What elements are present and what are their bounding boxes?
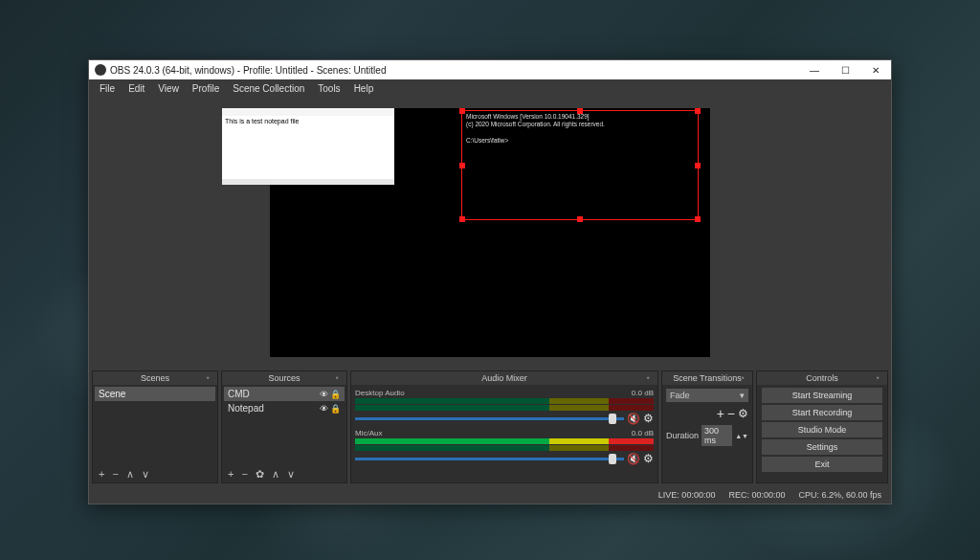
undock-icon[interactable]: ▪ [742,373,749,381]
status-cpu: CPU: 6.2%, 60.00 fps [798,490,881,500]
cmd-line-1: Microsoft Windows [Version 10.0.19041.32… [466,113,694,121]
add-transition-button[interactable]: + [717,406,724,421]
source-up-button[interactable]: ∧ [270,468,281,481]
undock-icon[interactable]: ▪ [647,373,655,381]
menu-help[interactable]: Help [347,83,381,94]
resize-handle[interactable] [577,216,583,222]
lock-icon[interactable]: 🔒 [330,404,341,414]
start-streaming-button[interactable]: Start Streaming [762,388,882,403]
dock-header-mixer[interactable]: Audio Mixer ▪ [351,371,657,385]
resize-handle[interactable] [695,108,701,114]
settings-button[interactable]: Settings [762,439,882,455]
statusbar: LIVE: 00:00:00 REC: 00:00:00 CPU: 6.2%, … [89,486,891,504]
mute-icon[interactable]: 🔇 [627,413,640,425]
gear-icon[interactable]: ⚙ [738,407,748,420]
mixer-track-desktop: Desktop Audio 0.0 dB 🔇 ⚙ [355,389,654,425]
dock-scenes: Scenes ▪ Scene + − ∧ ∨ [92,370,218,483]
lock-icon[interactable]: 🔒 [330,390,341,399]
slider-thumb[interactable] [609,454,616,464]
eye-icon[interactable]: 👁 [320,390,328,399]
cmd-prompt: C:\Users\fatiw> [466,137,694,145]
source-notepad[interactable]: This is a test notepad file [222,108,394,179]
volume-slider[interactable] [355,417,624,420]
menubar: File Edit View Profile Scene Collection … [89,79,891,98]
resize-handle[interactable] [695,163,701,168]
eye-icon[interactable]: 👁 [320,404,328,414]
track-name: Mic/Aux [355,429,382,437]
source-down-button[interactable]: ∨ [285,468,297,481]
dock-sources: Sources ▪ CMD 👁 🔒 Notepad 👁 🔒 + − ✿ [221,370,347,483]
studio-mode-button[interactable]: Studio Mode [762,422,882,437]
audio-meter [355,398,654,404]
duration-label: Duration [666,431,699,440]
menu-file[interactable]: File [93,83,122,94]
menu-tools[interactable]: Tools [311,83,346,94]
menu-view[interactable]: View [151,83,186,94]
volume-slider[interactable] [355,458,624,460]
undock-icon[interactable]: ▪ [207,373,214,381]
dock-audio-mixer: Audio Mixer ▪ Desktop Audio 0.0 dB 🔇 ⚙ [350,370,658,483]
dock-transitions: Scene Transitions ▪ Fade ▾ + − ⚙ Duratio… [661,370,753,483]
titlebar[interactable]: OBS 24.0.3 (64-bit, windows) - Profile: … [89,60,891,79]
remove-source-button[interactable]: − [239,468,249,480]
resize-handle[interactable] [459,216,465,222]
minimize-button[interactable]: — [799,60,830,79]
dock-header-controls[interactable]: Controls ▪ [757,371,887,385]
docks-row: Scenes ▪ Scene + − ∧ ∨ Sources ▪ CMD 👁 [89,368,891,486]
dock-controls: Controls ▪ Start Streaming Start Recordi… [756,370,888,483]
undock-icon[interactable]: ▪ [877,373,884,381]
start-recording-button[interactable]: Start Recording [762,405,882,420]
mixer-track-mic: Mic/Aux 0.0 dB 🔇 ⚙ [355,429,654,465]
audio-meter [355,438,654,444]
mute-icon[interactable]: 🔇 [627,453,640,465]
add-scene-button[interactable]: + [97,468,106,480]
scene-up-button[interactable]: ∧ [124,468,136,481]
gear-icon[interactable]: ⚙ [643,452,654,465]
source-item-cmd[interactable]: CMD 👁 🔒 [224,387,345,401]
maximize-button[interactable]: ☐ [830,60,860,79]
resize-handle[interactable] [459,163,465,168]
window-title: OBS 24.0.3 (64-bit, windows) - Profile: … [110,65,799,76]
resize-handle[interactable] [459,108,465,114]
gear-icon[interactable]: ⚙ [643,412,654,425]
menu-edit[interactable]: Edit [122,83,151,94]
track-level: 0.0 dB [632,389,654,397]
source-item-notepad[interactable]: Notepad 👁 🔒 [224,401,345,415]
close-button[interactable]: ✕ [860,60,891,79]
duration-input[interactable]: 300 ms [702,425,732,446]
dock-header-scenes[interactable]: Scenes ▪ [93,371,217,385]
chevron-down-icon: ▾ [740,391,745,400]
dock-header-sources[interactable]: Sources ▪ [222,371,346,385]
notepad-content: This is a test notepad file [225,118,299,124]
resize-handle[interactable] [695,216,701,222]
app-icon [95,64,106,76]
scene-down-button[interactable]: ∨ [140,468,151,481]
exit-button[interactable]: Exit [762,457,882,472]
audio-meter [355,445,654,451]
preview-canvas[interactable]: This is a test notepad file Microsoft Wi… [270,108,710,357]
obs-window: OBS 24.0.3 (64-bit, windows) - Profile: … [88,59,892,504]
undock-icon[interactable]: ▪ [336,373,344,381]
scene-item[interactable]: Scene [95,387,215,401]
source-settings-button[interactable]: ✿ [254,468,266,481]
source-cmd[interactable]: Microsoft Windows [Version 10.0.19041.32… [461,110,699,220]
dock-header-transitions[interactable]: Scene Transitions ▪ [662,371,752,385]
cmd-line-2: (c) 2020 Microsoft Corporation. All righ… [466,121,694,128]
track-level: 0.0 dB [632,429,654,437]
add-source-button[interactable]: + [226,468,235,480]
status-live: LIVE: 00:00:00 [658,490,716,500]
stepper-icon[interactable]: ▲▼ [735,433,748,439]
remove-transition-button[interactable]: − [727,406,735,421]
menu-scene-collection[interactable]: Scene Collection [226,83,311,94]
slider-thumb[interactable] [609,414,616,424]
preview-area[interactable]: This is a test notepad file Microsoft Wi… [89,98,891,368]
menu-profile[interactable]: Profile [186,83,226,94]
audio-meter [355,405,654,411]
track-name: Desktop Audio [355,389,405,397]
transition-select[interactable]: Fade ▾ [666,389,748,402]
remove-scene-button[interactable]: − [110,468,120,480]
resize-handle[interactable] [577,108,583,114]
status-rec: REC: 00:00:00 [728,490,785,500]
